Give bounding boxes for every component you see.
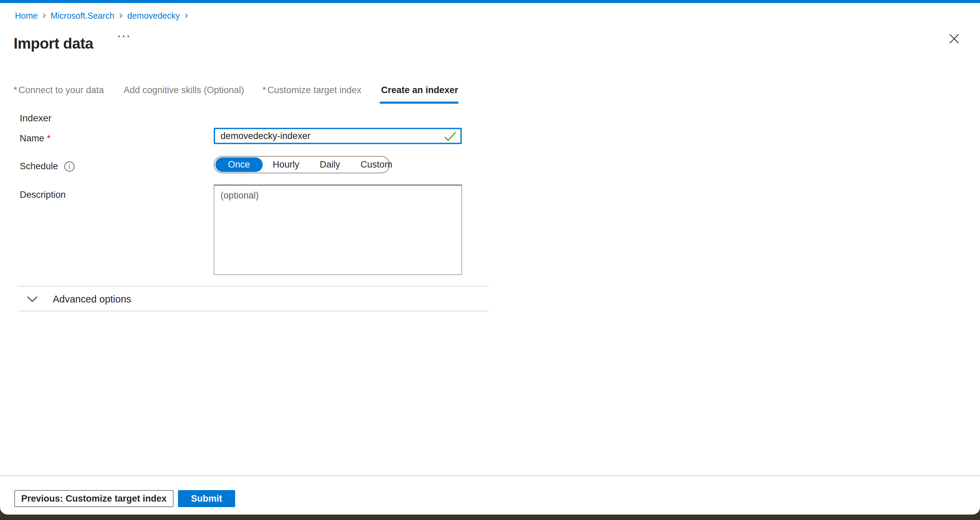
submit-button[interactable]: Submit xyxy=(178,490,235,507)
tab-create-an-indexer[interactable]: Create an indexer xyxy=(380,85,458,104)
indexer-section-title: Indexer xyxy=(20,113,51,124)
validation-check-icon xyxy=(443,131,457,143)
name-field xyxy=(214,128,462,144)
tab-label: Create an indexer xyxy=(381,85,458,95)
breadcrumb: Home › Microsoft.Search › demovedecky › xyxy=(15,9,193,22)
schedule-toggle-group: Once Hourly Daily Custom xyxy=(214,156,390,173)
schedule-option-hourly[interactable]: Hourly xyxy=(263,159,310,170)
tab-connect-to-your-data[interactable]: *Connect to your data xyxy=(14,85,104,104)
schedule-option-custom[interactable]: Custom xyxy=(350,159,402,170)
advanced-options-label: Advanced options xyxy=(53,294,131,305)
chevron-down-icon xyxy=(25,295,39,303)
chevron-right-icon: › xyxy=(180,8,193,22)
indexer-name-input[interactable] xyxy=(214,128,462,144)
tab-label: Add cognitive skills (Optional) xyxy=(124,85,244,95)
chevron-right-icon: › xyxy=(115,8,127,22)
description-field-label: Description xyxy=(20,190,66,200)
schedule-option-daily[interactable]: Daily xyxy=(310,159,350,170)
footer-divider xyxy=(0,476,980,476)
info-icon[interactable]: i xyxy=(64,162,75,172)
advanced-options-toggle[interactable]: Advanced options xyxy=(25,291,131,307)
schedule-label-text: Schedule xyxy=(20,161,58,172)
schedule-field-label: Schedule i xyxy=(20,161,75,172)
import-data-blade: Home › Microsoft.Search › demovedecky › … xyxy=(0,0,980,515)
breadcrumb-demovedecky-link[interactable]: demovedecky xyxy=(127,9,180,22)
required-asterisk: * xyxy=(47,133,51,143)
page-title: Import data xyxy=(14,35,93,52)
more-options-icon[interactable]: ··· xyxy=(116,29,134,44)
portal-top-accent-bar xyxy=(0,0,980,3)
required-tab-marker: * xyxy=(262,85,266,95)
previous-step-button[interactable]: Previous: Customize target index xyxy=(14,490,173,507)
tab-add-cognitive-skills[interactable]: Add cognitive skills (Optional) xyxy=(122,85,244,104)
name-field-label: Name* xyxy=(20,133,51,144)
description-textarea[interactable] xyxy=(214,185,462,275)
breadcrumb-microsoft-search-link[interactable]: Microsoft.Search xyxy=(51,9,115,22)
tab-label: Connect to your data xyxy=(19,85,104,95)
breadcrumb-home-link[interactable]: Home xyxy=(15,9,38,22)
chevron-right-icon: › xyxy=(38,8,51,22)
tab-label: Customize target index xyxy=(267,85,361,95)
section-divider xyxy=(19,286,489,287)
name-label-text: Name xyxy=(20,133,44,143)
section-divider xyxy=(19,311,489,311)
schedule-option-once[interactable]: Once xyxy=(215,157,263,172)
close-icon[interactable] xyxy=(945,30,963,48)
wizard-tabs: *Connect to your data Add cognitive skil… xyxy=(14,85,458,104)
tab-customize-target-index[interactable]: *Customize target index xyxy=(262,85,361,104)
required-tab-marker: * xyxy=(14,85,18,95)
